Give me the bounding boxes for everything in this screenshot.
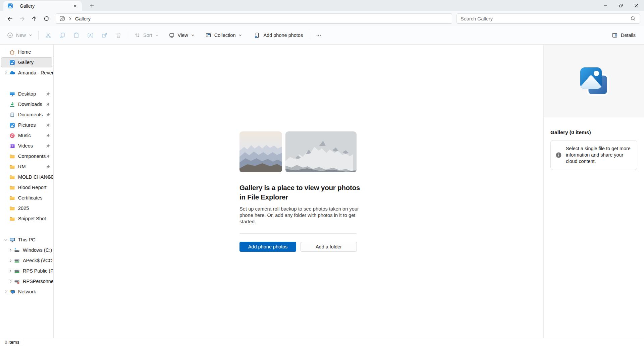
sidebar-item-label: APeck$ (\\COUFS bbox=[23, 258, 54, 263]
tab-bar: Gallery bbox=[0, 0, 644, 11]
sort-button[interactable]: Sort bbox=[130, 29, 162, 41]
drive-network-icon bbox=[14, 268, 20, 274]
sidebar-item-downloads[interactable]: Downloads bbox=[1, 99, 52, 109]
sort-button-label: Sort bbox=[143, 33, 152, 38]
breadcrumb[interactable]: Gallery bbox=[75, 16, 91, 21]
new-tab-button[interactable] bbox=[87, 1, 97, 10]
sidebar-item-certificates[interactable]: Certificates bbox=[1, 193, 52, 203]
sidebar-item-videos[interactable]: Videos bbox=[1, 141, 52, 151]
status-separator bbox=[24, 340, 24, 345]
chevron-right-icon[interactable] bbox=[2, 289, 9, 294]
search-input[interactable] bbox=[461, 16, 630, 21]
sidebar-item-desktop[interactable]: Desktop bbox=[1, 89, 52, 99]
sidebar-item-home[interactable]: Home bbox=[1, 47, 52, 57]
search-icon[interactable] bbox=[630, 16, 636, 21]
sidebar-item-label: RPS Public (P:) bbox=[23, 268, 54, 274]
sidebar-item-rpspersonnel-v[interactable]: RPSPersonnel (V:) bbox=[6, 276, 52, 286]
sidebar-item-amanda-revere-p[interactable]: Amanda - Revere P bbox=[1, 68, 52, 78]
folder-icon bbox=[9, 154, 15, 159]
tab-title: Gallery bbox=[20, 3, 68, 9]
drive-network-icon bbox=[14, 258, 20, 264]
sidebar-item-rps-public-p[interactable]: RPS Public (P:) bbox=[6, 266, 52, 276]
new-button[interactable]: New bbox=[3, 29, 36, 41]
item-count: 0 items bbox=[5, 340, 19, 345]
file-explorer-window: Gallery Gallery New bbox=[0, 0, 644, 346]
gallery-tab-icon bbox=[7, 3, 13, 9]
sidebar-item-label: Amanda - Revere P bbox=[18, 70, 54, 75]
share-button[interactable] bbox=[97, 29, 111, 41]
sidebar-item-this-pc[interactable]: This PC bbox=[1, 235, 52, 245]
sidebar-item-components[interactable]: Components bbox=[1, 151, 52, 161]
address-bar[interactable]: Gallery bbox=[56, 13, 452, 24]
sidebar-item-rm[interactable]: RM bbox=[1, 162, 52, 172]
chevron-spacer bbox=[2, 133, 9, 138]
refresh-button[interactable] bbox=[40, 13, 52, 24]
pin-icon bbox=[46, 113, 50, 117]
home-icon bbox=[9, 49, 15, 55]
pin-icon bbox=[46, 144, 50, 149]
forward-button[interactable] bbox=[16, 13, 28, 24]
rename-button[interactable] bbox=[83, 29, 97, 41]
sidebar-item-apeck-coufs[interactable]: APeck$ (\\COUFS bbox=[6, 255, 52, 266]
sidebar-item-windows-c[interactable]: Windows (C:) bbox=[6, 245, 52, 255]
sidebar-item-gallery[interactable]: Gallery bbox=[1, 57, 52, 67]
delete-button[interactable] bbox=[111, 29, 125, 41]
add-a-folder-button[interactable]: Add a folder bbox=[301, 242, 357, 252]
chevron-right-icon[interactable] bbox=[7, 268, 14, 274]
search-box[interactable] bbox=[457, 13, 640, 24]
view-button[interactable]: View bbox=[165, 29, 198, 41]
info-icon bbox=[555, 152, 562, 158]
details-panel: Gallery (0 items) Select a single file t… bbox=[543, 45, 644, 338]
sidebar-item-pictures[interactable]: Pictures bbox=[1, 120, 52, 130]
chevron-right-icon[interactable] bbox=[7, 247, 14, 253]
chevron-spacer bbox=[2, 164, 9, 169]
chevron-right-icon[interactable] bbox=[2, 70, 9, 75]
chevron-down-icon[interactable] bbox=[2, 237, 9, 242]
sidebar-item-mold-change[interactable]: MOLD CHANGE bbox=[1, 172, 52, 182]
sample-photo-snowy-range bbox=[285, 131, 357, 172]
status-bar: 0 items bbox=[0, 338, 644, 346]
collection-button[interactable]: Collection bbox=[202, 29, 246, 41]
sort-icon bbox=[134, 32, 140, 38]
cut-button[interactable] bbox=[41, 29, 55, 41]
restore-button[interactable] bbox=[613, 0, 629, 11]
divider bbox=[239, 233, 357, 234]
pin-icon bbox=[46, 133, 50, 138]
add-phone-photos-primary-button[interactable]: Add phone photos bbox=[239, 242, 296, 252]
paste-button[interactable] bbox=[69, 29, 83, 41]
breadcrumb-chevron-icon[interactable] bbox=[68, 17, 72, 21]
sidebar-item-network[interactable]: Network bbox=[1, 287, 52, 297]
tab-gallery[interactable]: Gallery bbox=[3, 1, 82, 11]
up-button[interactable] bbox=[28, 13, 40, 24]
chevron-right-icon[interactable] bbox=[7, 279, 14, 284]
back-button[interactable] bbox=[4, 13, 16, 24]
sidebar-item-documents[interactable]: Documents bbox=[1, 110, 52, 120]
main-content: Gallery is a place to view your photos i… bbox=[54, 45, 543, 338]
toolbar-separator bbox=[309, 31, 309, 40]
sidebar-item-snippet-shot[interactable]: Snippet Shot bbox=[1, 214, 52, 224]
sidebar-item-blood-report[interactable]: Blood Report bbox=[1, 182, 52, 192]
pin-icon bbox=[46, 123, 50, 128]
sidebar-item-label: RPSPersonnel (V:) bbox=[23, 279, 54, 284]
chevron-spacer bbox=[2, 143, 9, 149]
details-toggle-button[interactable]: Details bbox=[608, 29, 639, 41]
minimize-button[interactable] bbox=[598, 0, 613, 11]
drive-windows-icon bbox=[14, 247, 20, 253]
add-phone-photos-button[interactable]: Add phone photos bbox=[250, 29, 307, 41]
empty-state-title: Gallery is a place to view your photos i… bbox=[239, 183, 364, 202]
collection-button-label: Collection bbox=[214, 33, 236, 38]
sidebar-item-music[interactable]: Music bbox=[1, 130, 52, 140]
details-panel-icon bbox=[611, 32, 618, 39]
chevron-down-icon bbox=[191, 34, 195, 37]
toolbar-separator bbox=[128, 31, 128, 40]
copy-button[interactable] bbox=[55, 29, 69, 41]
drive-error-icon bbox=[14, 279, 20, 284]
location-gallery-icon bbox=[59, 16, 65, 21]
sidebar-item-label: Network bbox=[18, 289, 36, 294]
tab-close-icon[interactable] bbox=[71, 2, 79, 10]
see-more-button[interactable] bbox=[312, 29, 326, 41]
chevron-right-icon[interactable] bbox=[7, 258, 14, 263]
pin-icon bbox=[46, 92, 50, 97]
close-button[interactable] bbox=[629, 0, 644, 11]
sidebar-item-2025[interactable]: 2025 bbox=[1, 203, 52, 213]
